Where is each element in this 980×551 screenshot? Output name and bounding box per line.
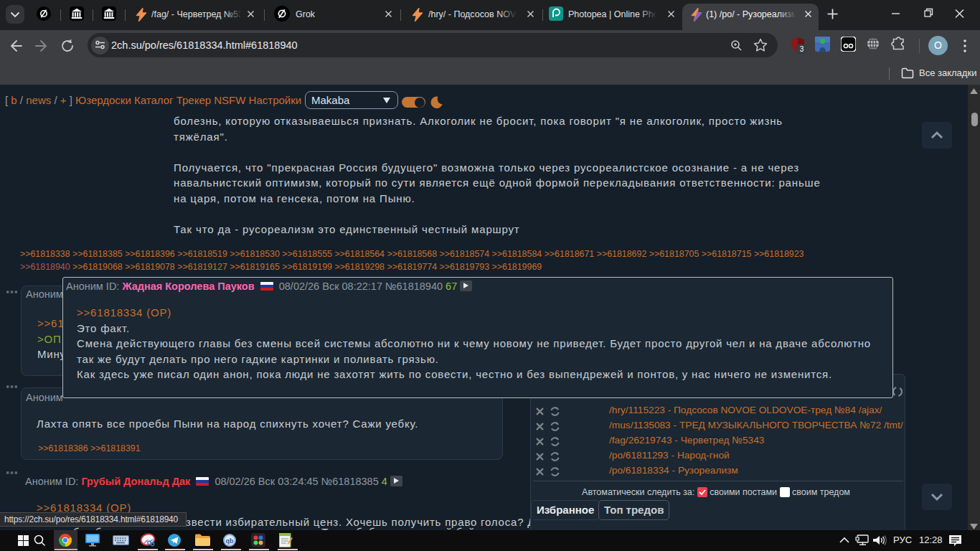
svg-text:qb: qb [226, 537, 234, 545]
